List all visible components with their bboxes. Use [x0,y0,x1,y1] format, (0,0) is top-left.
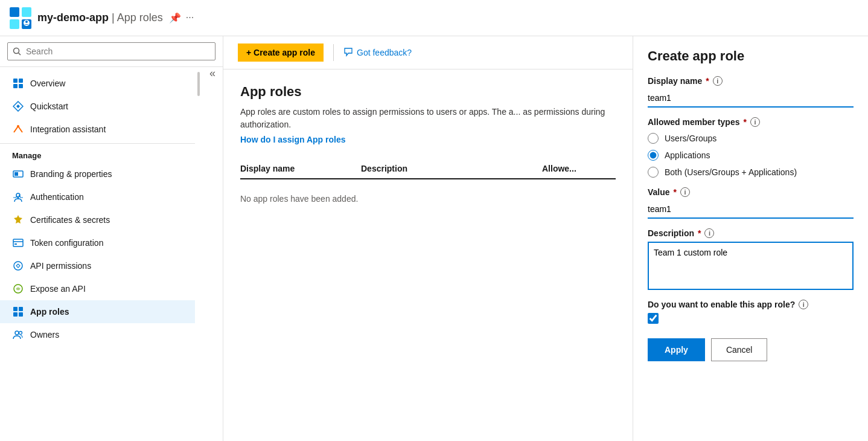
allowed-member-types-group: Allowed member types * i Users/Groups Ap… [648,117,854,178]
feedback-button[interactable]: Got feedback? [343,47,412,59]
svg-point-10 [17,125,19,127]
top-bar-icons[interactable]: 📌 ··· [169,12,194,24]
pin-icon[interactable]: 📌 [169,12,181,24]
create-app-role-button[interactable]: + Create app role [238,43,324,62]
sidebar-item-label: API permissions [30,261,91,271]
search-input[interactable] [7,42,215,60]
required-star: * [706,76,709,86]
svg-rect-0 [10,7,19,17]
svg-rect-9 [19,84,23,88]
sidebar-item-branding[interactable]: Branding & properties [0,163,195,185]
sidebar-item-expose[interactable]: Expose an API [0,277,195,300]
manage-section-label: Manage [0,143,195,163]
quickstart-icon [12,100,24,112]
allowed-types-info-icon[interactable]: i [750,117,760,127]
radio-label-both: Both (Users/Groups + Applications) [665,167,797,177]
cancel-button[interactable]: Cancel [711,338,768,361]
certificates-icon [12,214,24,226]
description-label: Description * i [648,228,854,238]
sidebar-item-authentication[interactable]: Authentication [0,185,195,208]
page-title: App roles [240,84,616,100]
svg-rect-12 [14,172,18,176]
apply-button[interactable]: Apply [648,338,705,361]
svg-rect-14 [13,239,23,246]
sidebar-item-owners[interactable]: Owners [0,323,195,346]
api-icon [12,260,24,272]
more-icon[interactable]: ··· [186,12,194,24]
radio-group: Users/Groups Applications Both (Users/Gr… [648,133,854,178]
required-star: * [698,228,701,238]
svg-rect-21 [13,312,18,317]
panel-footer: Apply Cancel [648,338,854,361]
assign-roles-link[interactable]: How do I assign App roles [240,135,346,144]
empty-message: No app roles have been added. [240,184,616,213]
app-icon [10,7,31,29]
sidebar: Overview Quickstart Integration assistan… [0,36,223,441]
svg-point-5 [25,21,28,23]
col-display-name: Display name [240,164,361,173]
sidebar-scrollbar[interactable] [197,72,200,96]
svg-rect-2 [10,19,19,29]
sidebar-item-api[interactable]: API permissions [0,254,195,277]
toolbar-separator [333,44,334,61]
svg-rect-7 [19,79,23,83]
svg-point-17 [14,262,22,270]
radio-both[interactable]: Both (Users/Groups + Applications) [648,167,854,178]
branding-icon [12,168,24,180]
page-content-area: App roles App roles are custom roles to … [223,69,633,441]
enable-checkbox[interactable] [648,313,659,324]
display-name-info-icon[interactable]: i [713,76,723,86]
description-info-icon[interactable]: i [704,228,714,238]
table-header: Display name Description Allowe... [240,159,616,179]
col-description: Description [361,164,542,173]
integration-icon [12,123,24,135]
value-label: Value * i [648,187,854,197]
display-name-input[interactable] [648,89,854,108]
svg-rect-20 [19,307,23,311]
sidebar-item-label: Authentication [30,192,84,202]
panel-title: Create app role [648,48,854,64]
main-content: + Create app role Got feedback? App role… [223,36,633,441]
radio-applications[interactable]: Applications [648,150,854,161]
svg-rect-6 [13,79,18,83]
sidebar-item-certificates[interactable]: Certificates & secrets [0,208,195,231]
col-allowed: Allowe... [542,164,614,173]
value-info-icon[interactable]: i [680,187,690,197]
approles-icon [12,306,24,318]
display-name-label: Display name * i [648,76,854,86]
sidebar-item-integration[interactable]: Integration assistant [0,118,195,141]
collapse-button[interactable]: « [202,67,223,80]
radio-users-groups[interactable]: Users/Groups [648,133,854,144]
sidebar-item-quickstart[interactable]: Quickstart [0,95,195,118]
token-icon [12,237,24,249]
svg-rect-19 [13,307,18,311]
required-star: * [674,187,677,197]
sidebar-item-label: Owners [30,330,59,340]
sidebar-item-label: App roles [30,307,69,317]
sidebar-item-label: Branding & properties [30,169,112,179]
enable-info-icon[interactable]: i [799,300,808,309]
radio-label-users-groups: Users/Groups [665,134,716,143]
sidebar-item-token[interactable]: Token configuration [0,231,195,254]
app-title: my-demo-app | App roles [37,11,163,24]
svg-rect-8 [13,84,18,88]
allowed-member-types-label: Allowed member types * i [648,117,854,127]
sidebar-item-approles[interactable]: App roles [0,300,195,323]
sidebar-item-label: Quickstart [30,101,68,111]
feedback-icon [343,47,353,59]
sidebar-item-overview[interactable]: Overview [0,72,195,95]
overview-icon [12,77,24,89]
enable-label: Do you want to enable this app role? i [648,300,854,309]
top-bar: my-demo-app | App roles 📌 ··· [0,0,868,36]
svg-rect-16 [14,243,17,245]
sidebar-item-label: Certificates & secrets [30,215,110,225]
right-panel: Create app role Display name * i Allowed… [633,36,868,441]
sidebar-item-label: Expose an API [30,284,86,294]
checkbox-group[interactable] [648,313,854,324]
value-input[interactable] [648,201,854,219]
expose-icon [12,283,24,295]
sidebar-item-label: Overview [30,79,65,88]
description-group: Description * i Team 1 custom role [648,228,854,290]
radio-label-applications: Applications [665,150,710,160]
description-textarea[interactable]: Team 1 custom role [648,242,854,290]
